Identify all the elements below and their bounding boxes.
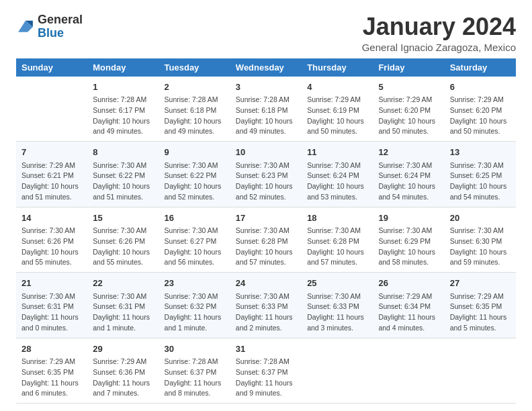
calendar-cell: 14Sunrise: 7:30 AMSunset: 6:26 PMDayligh… [16, 207, 87, 273]
cell-content: Sunrise: 7:28 AMSunset: 6:17 PMDaylight:… [93, 95, 153, 137]
cell-content: Sunrise: 7:30 AMSunset: 6:26 PMDaylight:… [21, 226, 82, 268]
cell-content: Sunrise: 7:30 AMSunset: 6:28 PMDaylight:… [236, 226, 296, 268]
weekday-header-sunday: Sunday [16, 58, 87, 77]
cell-content: Sunrise: 7:29 AMSunset: 6:21 PMDaylight:… [21, 161, 82, 203]
day-number: 27 [450, 277, 511, 290]
calendar-cell: 15Sunrise: 7:30 AMSunset: 6:26 PMDayligh… [87, 207, 159, 273]
cell-content: Sunrise: 7:30 AMSunset: 6:30 PMDaylight:… [450, 226, 511, 268]
calendar-cell: 21Sunrise: 7:30 AMSunset: 6:31 PMDayligh… [16, 273, 87, 338]
cell-content: Sunrise: 7:30 AMSunset: 6:25 PMDaylight:… [450, 161, 511, 203]
calendar-cell: 27Sunrise: 7:29 AMSunset: 6:35 PMDayligh… [445, 273, 516, 338]
day-number: 23 [165, 277, 225, 290]
calendar-cell: 26Sunrise: 7:29 AMSunset: 6:34 PMDayligh… [373, 273, 444, 338]
day-number: 8 [93, 146, 153, 159]
calendar-cell: 7Sunrise: 7:29 AMSunset: 6:21 PMDaylight… [16, 142, 87, 208]
cell-content: Sunrise: 7:30 AMSunset: 6:26 PMDaylight:… [93, 226, 153, 268]
week-row-3: 14Sunrise: 7:30 AMSunset: 6:26 PMDayligh… [16, 207, 516, 273]
cell-content: Sunrise: 7:29 AMSunset: 6:20 PMDaylight:… [450, 95, 511, 137]
calendar-cell: 6Sunrise: 7:29 AMSunset: 6:20 PMDaylight… [445, 77, 516, 142]
calendar-cell [302, 338, 373, 404]
day-number: 1 [93, 81, 153, 94]
day-number: 26 [378, 277, 439, 290]
day-number: 21 [21, 277, 82, 290]
day-number: 29 [93, 342, 153, 356]
day-number: 14 [21, 212, 82, 225]
calendar-cell: 8Sunrise: 7:30 AMSunset: 6:22 PMDaylight… [87, 142, 159, 208]
day-number: 11 [307, 146, 367, 159]
day-number: 28 [21, 342, 82, 356]
cell-content: Sunrise: 7:30 AMSunset: 6:22 PMDaylight:… [165, 161, 225, 203]
day-number: 20 [450, 212, 511, 225]
calendar-cell: 17Sunrise: 7:30 AMSunset: 6:28 PMDayligh… [230, 207, 302, 273]
week-row-4: 21Sunrise: 7:30 AMSunset: 6:31 PMDayligh… [16, 273, 516, 338]
day-number: 30 [165, 342, 225, 356]
calendar-cell: 2Sunrise: 7:28 AMSunset: 6:18 PMDaylight… [159, 77, 230, 142]
cell-content: Sunrise: 7:29 AMSunset: 6:35 PMDaylight:… [21, 357, 82, 399]
weekday-header-tuesday: Tuesday [159, 58, 230, 77]
calendar-cell: 3Sunrise: 7:28 AMSunset: 6:18 PMDaylight… [230, 77, 302, 142]
day-number: 3 [236, 81, 296, 94]
month-title: January 2024 [362, 13, 516, 40]
cell-content: Sunrise: 7:28 AMSunset: 6:37 PMDaylight:… [236, 357, 296, 399]
day-number: 6 [450, 81, 511, 94]
day-number: 22 [93, 277, 153, 290]
calendar-cell: 5Sunrise: 7:29 AMSunset: 6:20 PMDaylight… [373, 77, 444, 142]
calendar-cell: 13Sunrise: 7:30 AMSunset: 6:25 PMDayligh… [445, 142, 516, 208]
calendar-cell: 4Sunrise: 7:29 AMSunset: 6:19 PMDaylight… [302, 77, 373, 142]
calendar-cell [445, 338, 516, 404]
cell-content: Sunrise: 7:29 AMSunset: 6:35 PMDaylight:… [450, 291, 511, 334]
cell-content: Sunrise: 7:30 AMSunset: 6:23 PMDaylight:… [236, 161, 296, 203]
weekday-header-friday: Friday [373, 58, 444, 77]
weekday-header-thursday: Thursday [302, 58, 373, 77]
cell-content: Sunrise: 7:30 AMSunset: 6:33 PMDaylight:… [236, 291, 296, 334]
calendar-cell [16, 77, 87, 142]
calendar-cell: 23Sunrise: 7:30 AMSunset: 6:32 PMDayligh… [159, 273, 230, 338]
calendar-cell: 24Sunrise: 7:30 AMSunset: 6:33 PMDayligh… [230, 273, 302, 338]
logo-blue-text: Blue [38, 26, 64, 40]
week-row-1: 1Sunrise: 7:28 AMSunset: 6:17 PMDaylight… [16, 77, 516, 142]
logo-icon [16, 17, 35, 36]
day-number: 2 [165, 81, 225, 94]
week-row-2: 7Sunrise: 7:29 AMSunset: 6:21 PMDaylight… [16, 142, 516, 208]
cell-content: Sunrise: 7:30 AMSunset: 6:31 PMDaylight:… [21, 291, 82, 334]
calendar-cell: 9Sunrise: 7:30 AMSunset: 6:22 PMDaylight… [159, 142, 230, 208]
cell-content: Sunrise: 7:30 AMSunset: 6:24 PMDaylight:… [378, 161, 439, 203]
week-row-5: 28Sunrise: 7:29 AMSunset: 6:35 PMDayligh… [16, 338, 516, 404]
calendar-cell [373, 338, 444, 404]
location-subtitle: General Ignacio Zaragoza, Mexico [362, 42, 516, 53]
calendar-cell: 11Sunrise: 7:30 AMSunset: 6:24 PMDayligh… [302, 142, 373, 208]
calendar-cell: 25Sunrise: 7:30 AMSunset: 6:33 PMDayligh… [302, 273, 373, 338]
cell-content: Sunrise: 7:30 AMSunset: 6:33 PMDaylight:… [307, 291, 367, 334]
day-number: 12 [378, 146, 439, 159]
calendar-cell: 12Sunrise: 7:30 AMSunset: 6:24 PMDayligh… [373, 142, 444, 208]
calendar-cell: 10Sunrise: 7:30 AMSunset: 6:23 PMDayligh… [230, 142, 302, 208]
calendar-table: SundayMondayTuesdayWednesdayThursdayFrid… [16, 58, 516, 404]
cell-content: Sunrise: 7:30 AMSunset: 6:28 PMDaylight:… [307, 226, 367, 268]
day-number: 5 [378, 81, 439, 94]
day-number: 15 [93, 212, 153, 225]
logo: General Blue [16, 13, 83, 40]
cell-content: Sunrise: 7:30 AMSunset: 6:31 PMDaylight:… [93, 291, 153, 334]
calendar-cell: 31Sunrise: 7:28 AMSunset: 6:37 PMDayligh… [230, 338, 302, 404]
calendar-cell: 20Sunrise: 7:30 AMSunset: 6:30 PMDayligh… [445, 207, 516, 273]
day-number: 16 [165, 212, 225, 225]
day-number: 13 [450, 146, 511, 159]
weekday-header-wednesday: Wednesday [230, 58, 302, 77]
day-number: 9 [165, 146, 225, 159]
calendar-cell: 29Sunrise: 7:29 AMSunset: 6:36 PMDayligh… [87, 338, 159, 404]
calendar-cell: 19Sunrise: 7:30 AMSunset: 6:29 PMDayligh… [373, 207, 444, 273]
weekday-header-row: SundayMondayTuesdayWednesdayThursdayFrid… [16, 58, 516, 77]
weekday-header-saturday: Saturday [445, 58, 516, 77]
day-number: 4 [307, 81, 367, 94]
day-number: 17 [236, 212, 296, 225]
cell-content: Sunrise: 7:30 AMSunset: 6:27 PMDaylight:… [165, 226, 225, 268]
cell-content: Sunrise: 7:29 AMSunset: 6:19 PMDaylight:… [307, 95, 367, 137]
cell-content: Sunrise: 7:30 AMSunset: 6:22 PMDaylight:… [93, 161, 153, 203]
day-number: 10 [236, 146, 296, 159]
page-header: General Blue January 2024 General Ignaci… [16, 13, 516, 53]
logo-general-text: General [38, 13, 83, 26]
day-number: 31 [236, 342, 296, 356]
day-number: 24 [236, 277, 296, 290]
calendar-cell: 30Sunrise: 7:28 AMSunset: 6:37 PMDayligh… [159, 338, 230, 404]
cell-content: Sunrise: 7:30 AMSunset: 6:32 PMDaylight:… [165, 291, 225, 334]
